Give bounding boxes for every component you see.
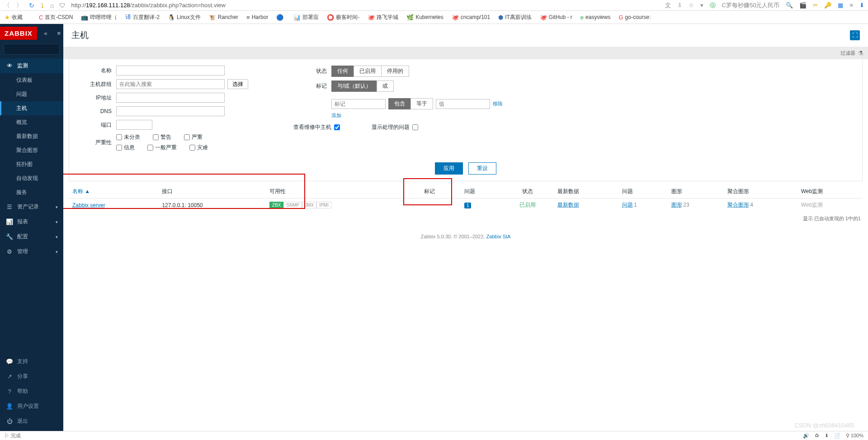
- severity-checkbox[interactable]: 信息: [116, 144, 135, 151]
- bookmark-item[interactable]: 📺哔哩哔哩（: [81, 14, 117, 21]
- status-seg[interactable]: 任何: [331, 66, 354, 77]
- sidebar-bottom-item[interactable]: 💬支持: [0, 354, 63, 369]
- tags-seg[interactable]: 或: [377, 80, 394, 92]
- bookmark-item[interactable]: 📊部署应: [293, 14, 319, 21]
- text-icon[interactable]: 文: [665, 1, 671, 9]
- checkbox-show-prob[interactable]: [412, 124, 418, 130]
- key-icon[interactable]: 🔑: [824, 2, 831, 9]
- collapse-icon[interactable]: «: [44, 30, 47, 37]
- sidebar-search[interactable]: 🔍: [4, 44, 60, 55]
- severity-checkbox[interactable]: 严重: [184, 133, 203, 141]
- host-link[interactable]: Zabbix server: [72, 202, 105, 208]
- bookmark-item[interactable]: ⭕极客时间-: [327, 14, 359, 21]
- bookmark-item[interactable]: ≡Harbor: [246, 14, 268, 21]
- video-icon[interactable]: 🎬: [799, 2, 807, 9]
- bookmark-item[interactable]: 🐙GitHub - r: [540, 14, 572, 21]
- sidebar-item[interactable]: 服务: [0, 185, 63, 199]
- bookmark-item[interactable]: 🐧Linux文件: [168, 14, 201, 21]
- checkbox[interactable]: [116, 145, 122, 151]
- col-name[interactable]: 名称 ▲: [69, 185, 158, 199]
- remove-link[interactable]: 移除: [493, 100, 503, 107]
- cloud-icon[interactable]: ⓪: [710, 1, 716, 9]
- shield-icon[interactable]: 🛡: [59, 2, 66, 9]
- severity-checkbox[interactable]: 警告: [153, 133, 171, 141]
- status-seg[interactable]: 已启用: [354, 66, 382, 77]
- bookmark-item[interactable]: C首页-CSDN: [39, 14, 73, 21]
- arrow-down-icon[interactable]: ⇩: [677, 2, 682, 9]
- sidebar-section-reports[interactable]: 📊 报表 ▾: [0, 214, 63, 229]
- scissors-icon[interactable]: ✂: [813, 2, 818, 9]
- tag-value-input[interactable]: [436, 99, 490, 109]
- checkbox[interactable]: [116, 134, 122, 140]
- screens-link[interactable]: 聚合图形: [727, 202, 749, 208]
- sidebar-section-config[interactable]: 🔧 配置 ▾: [0, 229, 63, 244]
- select-button[interactable]: 选择: [227, 79, 248, 89]
- favorites-button[interactable]: ★收藏: [5, 14, 23, 21]
- logo[interactable]: ZABBIX: [0, 27, 37, 40]
- sidebar-section-monitor[interactable]: 👁 监测: [0, 58, 63, 73]
- checkbox-show-maint[interactable]: [334, 124, 340, 130]
- sidebar-item[interactable]: 仪表板: [0, 73, 63, 87]
- input-port[interactable]: [116, 120, 152, 130]
- sidebar-item[interactable]: 概览: [0, 115, 63, 129]
- fullscreen-button[interactable]: ⛶: [850, 30, 860, 40]
- checkbox[interactable]: [153, 134, 159, 140]
- sidebar-bottom-item[interactable]: 👤用户设置: [0, 399, 63, 414]
- checkbox[interactable]: [189, 145, 195, 151]
- sidebar-section-inventory[interactable]: ☰ 资产记录 ▾: [0, 199, 63, 214]
- download-icon[interactable]: ⬇: [859, 2, 864, 9]
- sidebar-section-admin[interactable]: ⚙ 管理 ▾: [0, 244, 63, 259]
- sidebar-item[interactable]: 主机: [0, 101, 63, 115]
- bookmark-item[interactable]: 🌿Kubernetes: [406, 14, 443, 21]
- search-icon[interactable]: 🔍: [786, 2, 793, 9]
- footer-link[interactable]: Zabbix SIA: [486, 234, 511, 239]
- problems-link[interactable]: 问题: [622, 202, 633, 208]
- severity-checkbox[interactable]: 灾难: [189, 144, 208, 151]
- tag-equals-button[interactable]: 等于: [410, 98, 433, 109]
- sidebar-bottom-item[interactable]: ?帮助: [0, 384, 63, 399]
- tag-contains-button[interactable]: 包含: [388, 98, 411, 109]
- bookmark-item[interactable]: 🐙cncamp/101: [452, 14, 490, 21]
- checkbox[interactable]: [184, 134, 190, 140]
- tags-seg[interactable]: 与/或（默认）: [331, 80, 377, 92]
- tag-name-input[interactable]: [331, 99, 386, 109]
- input-ip[interactable]: [116, 93, 225, 103]
- severity-checkbox[interactable]: 一般严重: [147, 144, 177, 151]
- grid-icon[interactable]: ▦: [838, 2, 843, 9]
- bookmark-item[interactable]: Ggo-course:: [618, 14, 651, 21]
- input-name[interactable]: [116, 66, 225, 76]
- checkbox[interactable]: [147, 145, 153, 151]
- sidebar-item[interactable]: 最新数据: [0, 129, 63, 143]
- menu-icon[interactable]: ≡: [849, 2, 853, 9]
- sidebar-item[interactable]: 自动发现: [0, 171, 63, 185]
- bookmark-item[interactable]: 🐮Rancher: [209, 14, 238, 21]
- star-icon[interactable]: ☆: [689, 2, 694, 9]
- sidebar-item[interactable]: 问题: [0, 87, 63, 101]
- graphs-link[interactable]: 图形: [671, 202, 682, 208]
- filter-toggle[interactable]: 过滤器 ⚗: [63, 47, 868, 59]
- bookmark-item[interactable]: 译百度翻译-2: [125, 13, 160, 21]
- dropdown-icon[interactable]: ⤵: [41, 2, 44, 9]
- severity-checkbox[interactable]: 未分类: [116, 133, 140, 141]
- home-icon[interactable]: ⌂: [50, 2, 54, 9]
- reload-icon[interactable]: ↻: [29, 2, 34, 9]
- bookmark-item[interactable]: 🐙路飞学城: [368, 14, 398, 21]
- add-link[interactable]: 添加: [331, 113, 341, 118]
- sidebar-bottom-item[interactable]: ⏻退出: [0, 414, 63, 429]
- problems-badge[interactable]: 1: [464, 203, 471, 208]
- menu-icon[interactable]: ≡: [57, 30, 61, 37]
- latest-link[interactable]: 最新数据: [557, 202, 579, 208]
- bookmark-item[interactable]: eeasyviews: [580, 14, 611, 21]
- more-icon[interactable]: ▾: [700, 2, 703, 9]
- sidebar-item[interactable]: 聚合图形: [0, 143, 63, 157]
- status-seg[interactable]: 停用的: [381, 66, 409, 77]
- nav-forward-icon[interactable]: 〉: [16, 1, 23, 9]
- reset-button[interactable]: 重设: [468, 162, 496, 175]
- nav-back-icon[interactable]: 〈: [4, 1, 10, 9]
- apply-button[interactable]: 应用: [435, 162, 463, 175]
- sidebar-item[interactable]: 拓扑图: [0, 157, 63, 171]
- bookmark-item[interactable]: 🔵: [276, 14, 285, 21]
- input-dns[interactable]: [116, 106, 225, 116]
- input-hostgroup[interactable]: [116, 79, 225, 89]
- url-display[interactable]: http://192.168.111.128/zabbix/zabbix.php…: [71, 2, 659, 9]
